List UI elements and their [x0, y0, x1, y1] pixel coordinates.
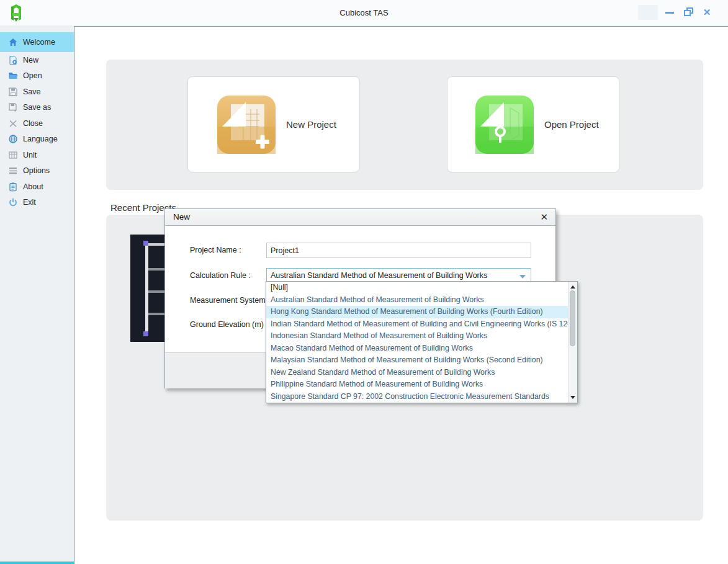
open-project-card[interactable]: Open Project [447, 76, 619, 172]
close-icon[interactable]: ✕ [699, 5, 715, 20]
sidebar-item-exit[interactable]: Exit [0, 195, 74, 211]
sidebar-item-label: New [23, 56, 38, 65]
save-as-icon [8, 102, 18, 112]
dialog-header: New ✕ [165, 209, 555, 226]
calculation-rule-label: Calculation Rule : [190, 271, 251, 280]
dialog-title: New [173, 212, 190, 222]
dropdown-option[interactable]: Macao Standard Method of Measurement of … [266, 342, 568, 355]
dropdown-option[interactable]: [Null] [266, 282, 568, 294]
globe-icon [8, 134, 18, 144]
thumbnail-grip-dot [143, 331, 148, 336]
sidebar: Welcome New Open Save Save as Close Lang… [0, 26, 74, 564]
sidebar-item-label: Close [23, 119, 43, 128]
ground-elevation-label: Ground Elevation (m) : [190, 320, 268, 329]
unit-grid-icon [8, 150, 18, 160]
open-project-label: Open Project [544, 119, 599, 130]
scroll-down-icon[interactable] [570, 396, 575, 399]
measurement-system-label: Measurement System : [190, 296, 270, 305]
open-folder-icon [8, 71, 18, 81]
calculation-rule-value: Australian Standard Method of Measuremen… [271, 271, 487, 280]
sidebar-item-label: Options [23, 166, 50, 175]
dropdown-option[interactable]: Philippine Standard Method of Measuremen… [266, 378, 568, 391]
save-icon [8, 87, 18, 97]
chevron-down-icon [519, 275, 526, 279]
sidebar-item-save[interactable]: Save [0, 84, 74, 100]
sidebar-bottom-strip [0, 562, 74, 564]
titlebar-extra-button[interactable] [638, 5, 658, 20]
dropdown-scrollbar[interactable] [568, 282, 577, 403]
dropdown-option[interactable]: Singapore Standard CP 97: 2002 Construct… [266, 391, 568, 403]
sidebar-item-options[interactable]: Options [0, 163, 74, 179]
dialog-close-icon[interactable]: ✕ [540, 212, 548, 223]
sidebar-item-close[interactable]: Close [0, 115, 74, 132]
sidebar-item-label: Save as [23, 103, 51, 112]
dropdown-option[interactable]: New Zealand Standard Method of Measureme… [266, 367, 568, 379]
restore-icon[interactable] [680, 5, 696, 20]
sidebar-item-save-as[interactable]: Save as [0, 100, 74, 116]
dropdown-option[interactable]: Indian Standard Method of Measurement of… [266, 318, 568, 331]
thumbnail-grip-dot [143, 241, 148, 246]
window-title: Cubicost TAS [0, 8, 728, 17]
dropdown-option[interactable]: Indonesian Standard Method of Measuremen… [266, 330, 568, 342]
calculation-rule-dropdown: [Null] Australian Standard Method of Mea… [266, 281, 578, 403]
minimize-icon[interactable] [662, 5, 678, 20]
sidebar-item-label: Save [23, 87, 41, 96]
sidebar-item-label: Unit [23, 151, 37, 159]
options-list-icon [8, 166, 18, 176]
sidebar-item-label: Exit [23, 198, 36, 207]
new-file-icon [8, 55, 18, 65]
new-project-card[interactable]: New Project [187, 76, 360, 172]
thumbnail-drawing-line [145, 243, 148, 334]
sidebar-item-label: Welcome [23, 38, 55, 47]
dropdown-option-highlighted[interactable]: Hong Kong Standard Method of Measurement… [266, 306, 568, 318]
power-icon [8, 197, 18, 207]
sidebar-item-label: Open [23, 71, 42, 80]
home-icon [8, 37, 18, 47]
new-project-label: New Project [286, 119, 336, 130]
about-clipboard-icon [8, 182, 18, 192]
close-x-icon [8, 119, 18, 128]
scrollbar-thumb[interactable] [570, 290, 575, 346]
dropdown-list: [Null] Australian Standard Method of Mea… [266, 282, 568, 403]
sidebar-item-unit[interactable]: Unit [0, 147, 74, 163]
sidebar-item-label: Language [23, 135, 58, 143]
title-bar: Cubicost TAS ✕ [0, 0, 728, 26]
dropdown-option[interactable]: Malaysian Standard Method of Measurement… [266, 354, 568, 367]
sidebar-item-new[interactable]: New [0, 52, 74, 68]
sidebar-item-open[interactable]: Open [0, 68, 74, 84]
dropdown-option[interactable]: Australian Standard Method of Measuremen… [266, 294, 568, 307]
project-name-label: Project Name : [190, 246, 241, 254]
sidebar-item-welcome[interactable]: Welcome [0, 32, 74, 52]
open-project-icon [475, 96, 534, 154]
sidebar-item-label: About [23, 182, 43, 191]
sidebar-item-about[interactable]: About [0, 179, 74, 195]
project-name-input[interactable] [266, 243, 531, 258]
app-window: Cubicost TAS ✕ Welcome New Open Save Sav… [0, 0, 728, 564]
scroll-up-icon[interactable] [570, 285, 575, 289]
new-project-icon [217, 96, 276, 154]
sidebar-item-language[interactable]: Language [0, 132, 74, 148]
